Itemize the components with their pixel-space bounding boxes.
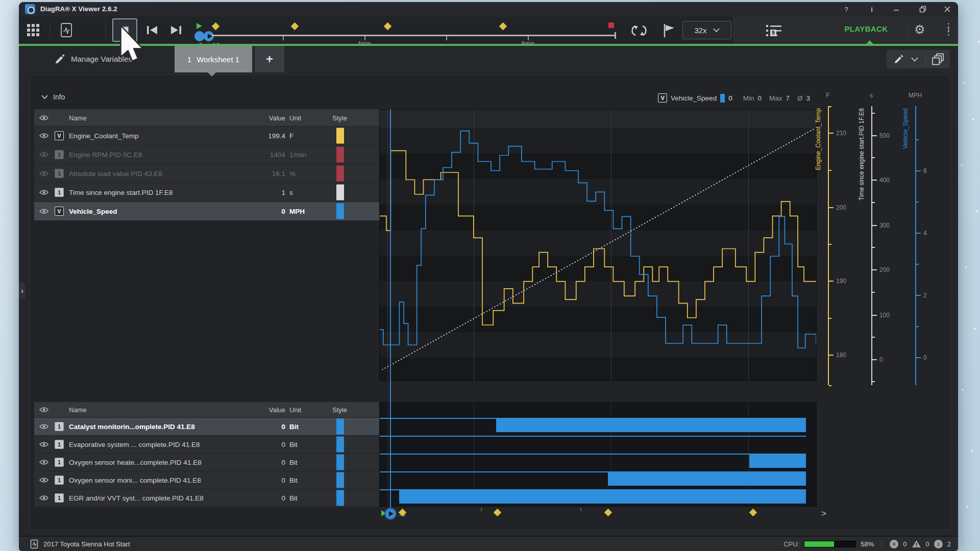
variable-row[interactable]: 1 Oxygen sensor heate...complete.PID 41.… — [34, 453, 379, 471]
bit-zero-line — [380, 454, 749, 455]
variable-value: 0 — [218, 208, 285, 215]
variable-value: 0 — [218, 477, 285, 484]
variable-unit: % — [289, 170, 296, 178]
axis-minor-tick — [916, 202, 919, 203]
axis-major-tick — [916, 233, 921, 234]
column-value[interactable]: Value — [218, 114, 285, 121]
column-name[interactable]: Name — [69, 406, 87, 414]
cpu-percentage: 58% — [861, 540, 874, 548]
notification-count-badge: 9 — [770, 30, 776, 36]
event-marker-diamond[interactable] — [383, 22, 391, 31]
visibility-eye-icon[interactable] — [39, 208, 48, 214]
next-marker-button[interactable] — [170, 26, 182, 35]
add-worksheet-button[interactable]: + — [255, 46, 284, 72]
style-swatch[interactable] — [336, 128, 344, 144]
axis-minor-tick — [829, 106, 831, 107]
visibility-eye-icon[interactable] — [39, 170, 48, 177]
style-swatch[interactable] — [336, 147, 344, 163]
style-swatch[interactable] — [336, 472, 344, 488]
style-swatch[interactable] — [336, 419, 344, 435]
visibility-eye-icon[interactable] — [39, 423, 48, 430]
table-header[interactable]: Name Value Unit Style — [34, 109, 379, 126]
timeline-track[interactable] — [212, 35, 615, 36]
visibility-eye-icon[interactable] — [39, 189, 48, 195]
open-recording-button[interactable] — [60, 22, 73, 38]
more-options-button[interactable]: ⋮⋮ — [944, 24, 953, 34]
variable-row[interactable]: V Vehicle_Speed 0 MPH — [34, 202, 379, 220]
style-swatch[interactable] — [336, 166, 344, 182]
maximize-button[interactable] — [912, 2, 934, 16]
style-swatch[interactable] — [336, 204, 344, 219]
edit-dropdown-button[interactable] — [911, 57, 918, 62]
visibility-eye-icon[interactable] — [39, 495, 48, 501]
notification-list-button[interactable]: 9 — [762, 22, 786, 39]
sidebar-expander[interactable]: › — [19, 282, 26, 300]
visibility-eye-icon[interactable] — [39, 152, 48, 158]
playback-position-icon[interactable] — [193, 31, 217, 42]
app-icon — [25, 4, 35, 14]
style-swatch[interactable] — [336, 455, 344, 470]
variable-value: 0 — [218, 441, 285, 448]
signal-chart[interactable] — [379, 109, 817, 381]
playhead-cursor-line[interactable] — [390, 109, 391, 518]
event-marker-diamond[interactable] — [604, 509, 612, 517]
style-swatch[interactable] — [336, 437, 344, 453]
scroll-next-button[interactable]: > — [821, 509, 826, 519]
event-marker-diamond[interactable] — [291, 22, 299, 31]
event-marker-diamond[interactable] — [749, 509, 757, 517]
playback-speed-dropdown[interactable]: 32x — [682, 21, 731, 39]
column-value[interactable]: Value — [218, 406, 285, 414]
style-swatch[interactable] — [336, 185, 344, 201]
help-button[interactable]: ? — [836, 2, 857, 16]
duplicate-worksheet-button[interactable] — [932, 53, 944, 65]
info-section-header[interactable]: Info — [41, 93, 65, 101]
bit-signal-chart[interactable] — [379, 402, 817, 507]
mini-timeline-tick — [481, 508, 482, 511]
edit-worksheet-button[interactable] — [894, 54, 904, 64]
axis-line — [828, 106, 829, 385]
flag-marker-button[interactable] — [663, 23, 675, 38]
about-info-button[interactable]: i — [861, 2, 883, 16]
event-marker-diamond[interactable] — [212, 22, 220, 31]
variable-row[interactable]: 1 Oxygen sensor moni... complete.PID 41.… — [34, 471, 379, 489]
style-swatch[interactable] — [336, 490, 344, 506]
visibility-eye-icon[interactable] — [39, 459, 48, 465]
variable-row[interactable]: 1 Time since engine start.PID 1F.E8 1 s — [34, 183, 379, 202]
column-unit[interactable]: Unit — [289, 114, 301, 121]
table-header[interactable]: Name Value Unit Style — [34, 402, 379, 417]
visibility-eye-icon[interactable] — [39, 477, 48, 483]
manage-variables-button[interactable] — [55, 54, 65, 64]
axis-title: Engine_Coolant_Temp — [815, 108, 822, 170]
minimize-button[interactable] — [886, 2, 907, 16]
variable-row[interactable]: 1 Catalyst monitorin...omplete.PID 41.E8… — [34, 417, 379, 435]
close-button[interactable] — [937, 2, 958, 16]
column-unit[interactable]: Unit — [289, 406, 301, 414]
variable-row[interactable]: 1 EGR and/or VVT syst... complete.PID 41… — [34, 489, 379, 507]
event-marker-diamond[interactable] — [493, 509, 501, 517]
variable-name: Vehicle_Speed — [69, 208, 117, 215]
title-bar[interactable]: DiagRA® X Viewer 2.6.2 ? i — [19, 2, 958, 16]
previous-marker-button[interactable] — [146, 26, 158, 35]
loop-button[interactable] — [631, 23, 647, 38]
visibility-eye-icon[interactable] — [39, 441, 48, 447]
column-style[interactable]: Style — [332, 114, 347, 121]
app-grid-button[interactable] — [27, 24, 39, 36]
tab-worksheet-1[interactable]: 1 Worksheet 1 — [175, 46, 252, 72]
variable-row[interactable]: V Engine_Coolant_Temp 199.4 F — [34, 126, 379, 145]
variable-row[interactable]: 1 Engine RPM.PID 0C.E8 1404 1/min — [34, 145, 379, 164]
mini-timeline[interactable]: 7s — [379, 507, 817, 523]
visibility-eye-icon[interactable] — [39, 133, 48, 139]
error-icon[interactable]: ✕ — [890, 540, 898, 548]
variable-row[interactable]: 1 Absolute load value.PID 43.E8 16.1 % — [34, 164, 379, 183]
column-style[interactable]: Style — [332, 406, 347, 414]
variable-name: Engine RPM.PID 0C.E8 — [69, 151, 142, 159]
event-marker-diamond[interactable] — [499, 22, 507, 31]
timeline-tick — [528, 36, 529, 40]
column-name[interactable]: Name — [69, 114, 87, 121]
axis-tick-label: 500 — [879, 132, 890, 139]
warning-icon[interactable] — [912, 540, 921, 548]
info-icon[interactable]: i — [934, 540, 943, 548]
variable-row[interactable]: 1 Evaporative system ... complete.PID 41… — [34, 435, 379, 453]
settings-button[interactable]: ⚙ — [914, 22, 925, 37]
mini-playhead-handle[interactable] — [384, 508, 397, 520]
